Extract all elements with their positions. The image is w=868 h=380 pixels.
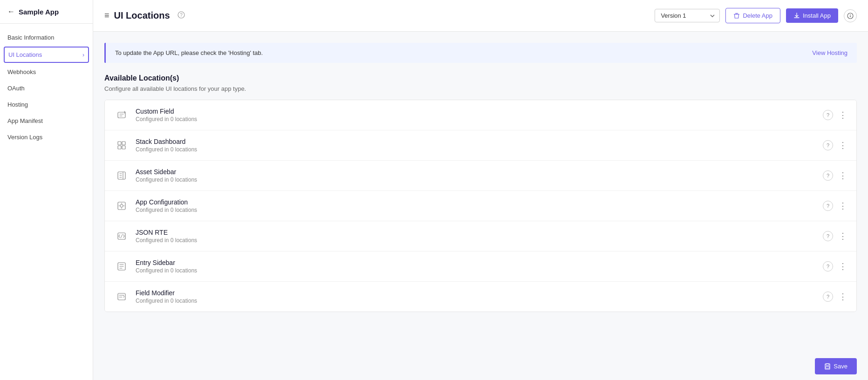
section-desc: Configure all available UI locations for… [104, 85, 857, 92]
main-content: ≡ UI Locations ? Version 1 Version 2 [93, 0, 868, 380]
location-name: Asset Sidebar [136, 168, 823, 176]
svg-rect-3 [735, 13, 738, 14]
location-help-icon[interactable]: ? [823, 231, 833, 241]
location-info: Custom Field Configured in 0 locations [136, 108, 823, 122]
location-status: Configured in 0 locations [136, 176, 823, 183]
location-name: Entry Sidebar [136, 259, 823, 266]
sidebar-item-app-manifest[interactable]: App Manifest [0, 113, 93, 129]
svg-rect-20 [826, 366, 829, 368]
sidebar-item-basic-information[interactable]: Basic Information [0, 29, 93, 46]
location-help-icon[interactable]: ? [823, 201, 833, 211]
location-status: Configured in 0 locations [136, 207, 823, 213]
location-item-json-rte: JSON RTE Configured in 0 locations ? ⋮ [105, 221, 856, 251]
location-item-asset-sidebar: Asset Sidebar Configured in 0 locations … [105, 161, 856, 191]
sidebar-item-label: Version Logs [7, 134, 42, 141]
location-name: Stack Dashboard [136, 138, 823, 145]
location-status: Configured in 0 locations [136, 298, 823, 304]
sidebar-item-webhooks[interactable]: Webhooks [0, 64, 93, 80]
location-info: Entry Sidebar Configured in 0 locations [136, 259, 823, 274]
location-name: Field Modifier [136, 289, 823, 297]
info-icon [847, 13, 854, 19]
delete-app-button[interactable]: Delete App [725, 8, 780, 23]
svg-rect-2 [734, 14, 739, 14]
location-actions: ? ⋮ [823, 170, 847, 181]
location-actions: ? ⋮ [823, 231, 847, 241]
header-right: Version 1 Version 2 Delete App Install A… [655, 8, 857, 23]
svg-rect-5 [850, 15, 850, 17]
delete-app-label: Delete App [743, 12, 772, 19]
location-info: Field Modifier Configured in 0 locations [136, 289, 823, 304]
location-status: Configured in 0 locations [136, 116, 823, 122]
back-arrow-icon[interactable]: ← [7, 7, 15, 16]
app-name-header[interactable]: ← Sample App [0, 0, 93, 24]
svg-rect-10 [118, 146, 121, 149]
save-button[interactable]: Save [815, 358, 857, 374]
asset-sidebar-icon [114, 168, 129, 183]
header-left: ≡ UI Locations ? [104, 10, 185, 21]
sidebar: ← Sample App Basic Information UI Locati… [0, 0, 93, 380]
location-actions: ? ⋮ [823, 261, 847, 271]
location-info: App Configuration Configured in 0 locati… [136, 198, 823, 213]
location-more-icon[interactable]: ⋮ [839, 202, 847, 210]
location-info: Asset Sidebar Configured in 0 locations [136, 168, 823, 183]
location-help-icon[interactable]: ? [823, 170, 833, 181]
save-bar: Save [804, 353, 868, 380]
svg-rect-6 [850, 14, 850, 14]
version-select[interactable]: Version 1 Version 2 [655, 9, 720, 22]
location-info: Stack Dashboard Configured in 0 location… [136, 138, 823, 153]
location-name: App Configuration [136, 198, 823, 206]
svg-rect-9 [122, 142, 125, 145]
sidebar-item-oauth[interactable]: OAuth [0, 80, 93, 96]
sidebar-item-label: OAuth [7, 85, 25, 92]
location-actions: ? ⋮ [823, 110, 847, 120]
locations-list: Custom Field Configured in 0 locations ?… [104, 100, 857, 312]
json-rte-icon [114, 229, 129, 244]
location-help-icon[interactable]: ? [823, 292, 833, 302]
custom-field-icon [114, 108, 129, 122]
location-more-icon[interactable]: ⋮ [839, 262, 847, 271]
hamburger-icon[interactable]: ≡ [104, 11, 109, 20]
svg-point-14 [120, 204, 123, 207]
location-item-stack-dashboard: Stack Dashboard Configured in 0 location… [105, 130, 856, 161]
location-item-entry-sidebar: Entry Sidebar Configured in 0 locations … [105, 251, 856, 282]
location-name: JSON RTE [136, 229, 823, 236]
sidebar-item-hosting[interactable]: Hosting [0, 96, 93, 113]
sidebar-item-label: UI Locations [8, 51, 42, 58]
sidebar-item-ui-locations[interactable]: UI Locations › [4, 47, 89, 63]
sidebar-item-label: Basic Information [7, 34, 54, 41]
location-more-icon[interactable]: ⋮ [839, 111, 847, 119]
page-title: UI Locations [114, 10, 170, 21]
sidebar-item-label: Hosting [7, 101, 28, 108]
location-actions: ? ⋮ [823, 201, 847, 211]
location-actions: ? ⋮ [823, 140, 847, 150]
location-more-icon[interactable]: ⋮ [839, 171, 847, 180]
location-actions: ? ⋮ [823, 292, 847, 302]
location-more-icon[interactable]: ⋮ [839, 292, 847, 301]
info-button[interactable] [844, 9, 857, 22]
sidebar-item-label: Webhooks [7, 68, 36, 75]
location-status: Configured in 0 locations [136, 237, 823, 244]
field-modifier-icon [114, 289, 129, 304]
install-app-button[interactable]: Install App [786, 8, 838, 23]
location-help-icon[interactable]: ? [823, 110, 833, 120]
svg-rect-8 [118, 142, 121, 145]
location-item-app-configuration: App Configuration Configured in 0 locati… [105, 191, 856, 221]
location-help-icon[interactable]: ? [823, 140, 833, 150]
delete-icon [733, 13, 740, 19]
section-title: Available Location(s) [104, 74, 857, 82]
info-banner: To update the App URL, please check the … [104, 43, 857, 63]
sidebar-item-version-logs[interactable]: Version Logs [0, 129, 93, 145]
stack-dashboard-icon [114, 138, 129, 153]
view-hosting-link[interactable]: View Hosting [812, 49, 847, 56]
install-app-label: Install App [803, 12, 831, 19]
location-more-icon[interactable]: ⋮ [839, 141, 847, 149]
page-header: ≡ UI Locations ? Version 1 Version 2 [93, 0, 868, 32]
sidebar-item-label: App Manifest [7, 117, 43, 124]
title-help-icon[interactable]: ? [178, 11, 185, 20]
location-more-icon[interactable]: ⋮ [839, 232, 847, 240]
location-info: JSON RTE Configured in 0 locations [136, 229, 823, 244]
locations-section: Available Location(s) Configure all avai… [104, 74, 857, 312]
info-banner-message: To update the App URL, please check the … [115, 49, 263, 56]
location-status: Configured in 0 locations [136, 146, 823, 153]
location-help-icon[interactable]: ? [823, 261, 833, 271]
